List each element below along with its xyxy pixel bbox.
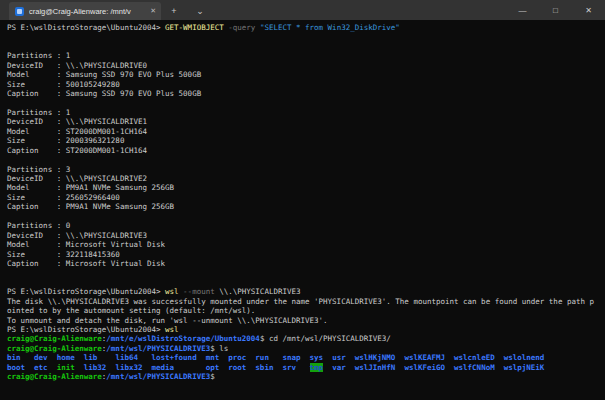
terminal-line xyxy=(7,42,605,51)
terminal-line: ointed to by the automount setting (defa… xyxy=(7,306,605,315)
terminal-line: DeviceID : \\.\PHYSICALDRIVE0 xyxy=(7,61,605,70)
terminal-line: Size : 2000396321280 xyxy=(7,136,605,145)
terminal-screen[interactable]: PS E:\wslDistroStorage\Ubuntu2004> GET-W… xyxy=(0,20,605,400)
terminal-line: Caption : Microsoft Virtual Disk xyxy=(7,259,605,268)
terminal-line xyxy=(7,212,605,221)
terminal-line: bin dev home lib lib64 lost+found mnt pr… xyxy=(7,353,605,362)
terminal-line: PS E:\wslDistroStorage\Ubuntu2004> GET-W… xyxy=(7,23,605,32)
terminal-window: craig@Craig-Alienware: /mnt/v ✕ + ⌄ — □ … xyxy=(0,0,605,400)
terminal-line: craig@Craig-Alienware:/mnt/wsl/PHYSICALD… xyxy=(7,344,605,353)
terminal-line: To unmount and detach the disk, run 'wsl… xyxy=(7,316,605,325)
terminal-line: Model : ST2000DM001-1CH164 xyxy=(7,127,605,136)
terminal-line xyxy=(7,278,605,287)
terminal-line: boot etc init lib32 libx32 media opt roo… xyxy=(7,363,605,372)
terminal-line: Partitions : 0 xyxy=(7,221,605,230)
terminal-line: Partitions : 1 xyxy=(7,51,605,60)
terminal-tab[interactable]: craig@Craig-Alienware: /mnt/v ✕ xyxy=(9,2,161,20)
terminal-line: Caption : PM9A1 NVMe Samsung 256GB xyxy=(7,202,605,211)
tab-title: craig@Craig-Alienware: /mnt/v xyxy=(29,7,146,16)
terminal-line: Caption : ST2000DM001-1CH164 xyxy=(7,146,605,155)
terminal-line: Model : PM9A1 NVMe Samsung 256GB xyxy=(7,183,605,192)
terminal-line xyxy=(7,99,605,108)
terminal-line: Caption : Samsung SSD 970 EVO Plus 500GB xyxy=(7,89,605,98)
linux-distro-icon xyxy=(15,7,24,16)
terminal-line: craig@Craig-Alienware:/mnt/wsl/PHYSICALD… xyxy=(7,372,605,381)
tab-close-icon[interactable]: ✕ xyxy=(150,7,156,15)
terminal-line: Partitions : 1 xyxy=(7,108,605,117)
terminal-line: Model : Samsung SSD 970 EVO Plus 500GB xyxy=(7,70,605,79)
terminal-line: PS E:\wslDistroStorage\Ubuntu2004> wsl -… xyxy=(7,287,605,296)
terminal-line: Model : Microsoft Virtual Disk xyxy=(7,240,605,249)
chevron-down-icon[interactable]: ⌄ xyxy=(187,2,213,20)
terminal-line xyxy=(7,155,605,164)
window-controls: — □ ✕ xyxy=(506,0,605,20)
terminal-line: DeviceID : \\.\PHYSICALDRIVE3 xyxy=(7,231,605,240)
minimize-button[interactable]: — xyxy=(506,0,539,20)
terminal-line: craig@Craig-Alienware:/mnt/e/wslDistroSt… xyxy=(7,334,605,343)
terminal-line: PS E:\wslDistroStorage\Ubuntu2004> wsl xyxy=(7,325,605,334)
terminal-line: DeviceID : \\.\PHYSICALDRIVE2 xyxy=(7,174,605,183)
terminal-line: Size : 256052966400 xyxy=(7,193,605,202)
maximize-button[interactable]: □ xyxy=(539,0,572,20)
terminal-line: Size : 500105249280 xyxy=(7,80,605,89)
new-tab-button[interactable]: + xyxy=(161,2,187,20)
terminal-line: DeviceID : \\.\PHYSICALDRIVE1 xyxy=(7,117,605,126)
terminal-line xyxy=(7,32,605,41)
terminal-line: Partitions : 3 xyxy=(7,165,605,174)
terminal-line xyxy=(7,268,605,277)
terminal-line: Size : 322118415360 xyxy=(7,250,605,259)
title-bar: craig@Craig-Alienware: /mnt/v ✕ + ⌄ — □ … xyxy=(0,0,605,20)
close-button[interactable]: ✕ xyxy=(572,0,605,20)
terminal-line: The disk \\.\PHYSICALDRIVE3 was successf… xyxy=(7,297,605,306)
